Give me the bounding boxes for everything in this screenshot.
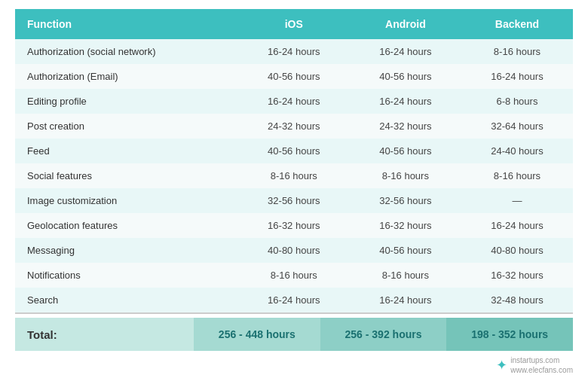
- table-row: Social features8-16 hours8-16 hours8-16 …: [15, 163, 573, 188]
- cell-ios: 8-16 hours: [238, 263, 350, 288]
- cell-function: Search: [15, 288, 238, 312]
- cell-function: Notifications: [15, 263, 238, 288]
- cell-backend: 24-40 hours: [461, 139, 573, 163]
- cell-android: 16-32 hours: [350, 213, 461, 238]
- cell-backend: 32-48 hours: [461, 288, 573, 312]
- cell-android: 40-56 hours: [350, 139, 461, 163]
- cell-ios: 16-32 hours: [238, 213, 350, 238]
- cell-android: 16-24 hours: [350, 288, 461, 312]
- cell-backend: 16-32 hours: [461, 263, 573, 288]
- cell-function: Social features: [15, 163, 238, 188]
- cell-ios: 40-80 hours: [238, 238, 350, 263]
- cell-android: 40-56 hours: [350, 64, 461, 89]
- table-row: Authorization (Email)40-56 hours40-56 ho…: [15, 64, 573, 89]
- watermark-text: instartups.com www.elecfans.com: [510, 355, 573, 375]
- table-row: Editing profile16-24 hours16-24 hours6-8…: [15, 89, 573, 114]
- table-row: Post creation24-32 hours24-32 hours32-64…: [15, 114, 573, 139]
- header-android: Android: [350, 9, 461, 39]
- cell-backend: 8-16 hours: [461, 39, 573, 64]
- cell-backend: 8-16 hours: [461, 163, 573, 188]
- total-backend: 198 - 352 hours: [446, 318, 573, 351]
- header-ios: iOS: [238, 9, 350, 39]
- table-row: Geolocation features16-32 hours16-32 hou…: [15, 213, 573, 238]
- cell-android: 40-56 hours: [350, 238, 461, 263]
- cell-ios: 16-24 hours: [238, 89, 350, 114]
- total-android: 256 - 392 hours: [320, 318, 447, 351]
- cell-function: Authorization (Email): [15, 64, 238, 89]
- total-ios: 256 - 448 hours: [194, 318, 320, 351]
- cell-function: Image customization: [15, 188, 238, 213]
- cell-android: 16-24 hours: [350, 89, 461, 114]
- cell-ios: 32-56 hours: [238, 188, 350, 213]
- table-row: Search16-24 hours16-24 hours32-48 hours: [15, 288, 573, 312]
- cell-function: Feed: [15, 139, 238, 163]
- table-header-row: Function iOS Android Backend: [15, 9, 573, 39]
- cell-backend: 6-8 hours: [461, 89, 573, 114]
- cell-ios: 16-24 hours: [238, 288, 350, 312]
- cell-android: 8-16 hours: [350, 163, 461, 188]
- cell-ios: 8-16 hours: [238, 163, 350, 188]
- cell-ios: 40-56 hours: [238, 64, 350, 89]
- main-container: Function iOS Android Backend Authorizati…: [15, 9, 573, 375]
- cell-backend: 16-24 hours: [461, 213, 573, 238]
- comparison-table: Function iOS Android Backend Authorizati…: [15, 9, 573, 312]
- bird-icon: ✦: [496, 357, 507, 373]
- table-row: Image customization32-56 hours32-56 hour…: [15, 188, 573, 213]
- cell-android: 8-16 hours: [350, 263, 461, 288]
- total-label: Total:: [15, 318, 194, 351]
- watermark: ✦ instartups.com www.elecfans.com: [496, 355, 573, 375]
- cell-function: Geolocation features: [15, 213, 238, 238]
- cell-function: Editing profile: [15, 89, 238, 114]
- cell-function: Post creation: [15, 114, 238, 139]
- header-function: Function: [15, 9, 238, 39]
- header-backend: Backend: [461, 9, 573, 39]
- cell-android: 16-24 hours: [350, 39, 461, 64]
- cell-backend: 40-80 hours: [461, 238, 573, 263]
- cell-function: Messaging: [15, 238, 238, 263]
- table-row: Notifications8-16 hours8-16 hours16-32 h…: [15, 263, 573, 288]
- total-section: Total: 256 - 448 hours 256 - 392 hours 1…: [15, 312, 573, 351]
- cell-function: Authorization (social network): [15, 39, 238, 64]
- cell-android: 32-56 hours: [350, 188, 461, 213]
- cell-ios: 24-32 hours: [238, 114, 350, 139]
- cell-ios: 40-56 hours: [238, 139, 350, 163]
- table-row: Feed40-56 hours40-56 hours24-40 hours: [15, 139, 573, 163]
- cell-backend: 16-24 hours: [461, 64, 573, 89]
- cell-backend: —: [461, 188, 573, 213]
- cell-ios: 16-24 hours: [238, 39, 350, 64]
- cell-backend: 32-64 hours: [461, 114, 573, 139]
- footer: ✦ instartups.com www.elecfans.com: [15, 351, 573, 375]
- table-row: Authorization (social network)16-24 hour…: [15, 39, 573, 64]
- table-row: Messaging40-80 hours40-56 hours40-80 hou…: [15, 238, 573, 263]
- total-row: Total: 256 - 448 hours 256 - 392 hours 1…: [15, 318, 573, 351]
- cell-android: 24-32 hours: [350, 114, 461, 139]
